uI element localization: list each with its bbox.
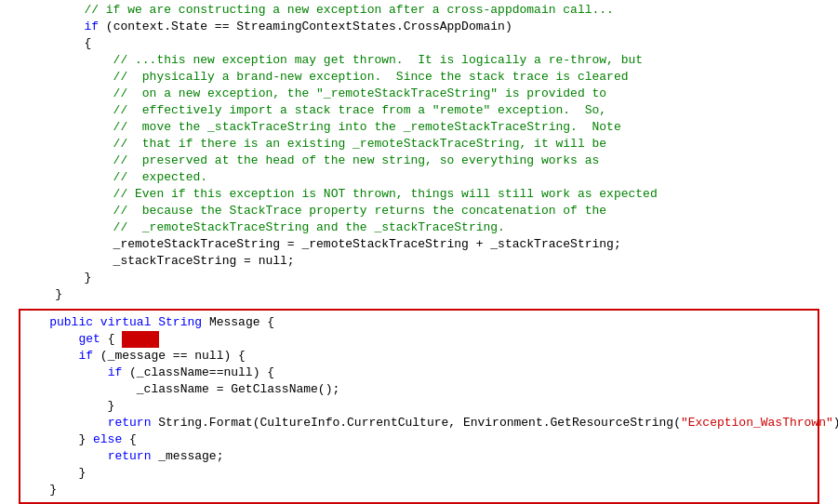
code-line: } [26,286,812,303]
code-line: // Even if this exception is NOT thrown,… [26,186,812,203]
code-line: _remoteStackTraceString = _remoteStackTr… [26,236,812,253]
code-line: if (_className==null) { [20,365,818,381]
code-line: // physically a brand-new exception. Sin… [26,69,812,86]
code-line: // preserved at the head of the new stri… [26,153,812,169]
code-line: // ...this new exception may get thrown.… [26,52,812,69]
top-code-section: // if we are constructing a new exceptio… [0,0,838,305]
code-line: public virtual String Message { [20,314,818,331]
code-line: { [26,35,812,52]
code-line: return String.Format(CultureInfo.Current… [20,415,818,431]
code-line: // on a new exception, the "_remoteStack… [26,86,812,102]
code-line: // effectively import a stack trace from… [26,102,812,119]
code-line: _stackTraceString = null; [26,253,812,270]
code-line: _className = GetClassName(); [20,381,818,398]
code-line: } else { [20,431,818,448]
code-line: // _remoteStackTraceString and the _stac… [26,219,812,236]
code-line: // because the StackTrace property retur… [26,203,812,219]
code-line: } [20,465,818,482]
code-line: } [20,398,818,415]
code-line: // that if there is an existing _remoteS… [26,136,812,153]
highlighted-code-block: public virtual String Message { get { if… [19,309,819,504]
code-line: if (_message == null) { [20,348,818,365]
code-line: // move the _stackTraceString into the _… [26,119,812,136]
code-line: return _message; [20,448,818,465]
code-line: if (context.State == StreamingContextSta… [26,19,812,35]
code-line: } [26,270,812,286]
code-line: } [20,482,818,498]
code-line: get { [20,331,818,348]
code-viewer: // if we are constructing a new exceptio… [0,0,838,504]
code-line: // if we are constructing a new exceptio… [26,2,812,19]
code-line: // expected. [26,169,812,186]
